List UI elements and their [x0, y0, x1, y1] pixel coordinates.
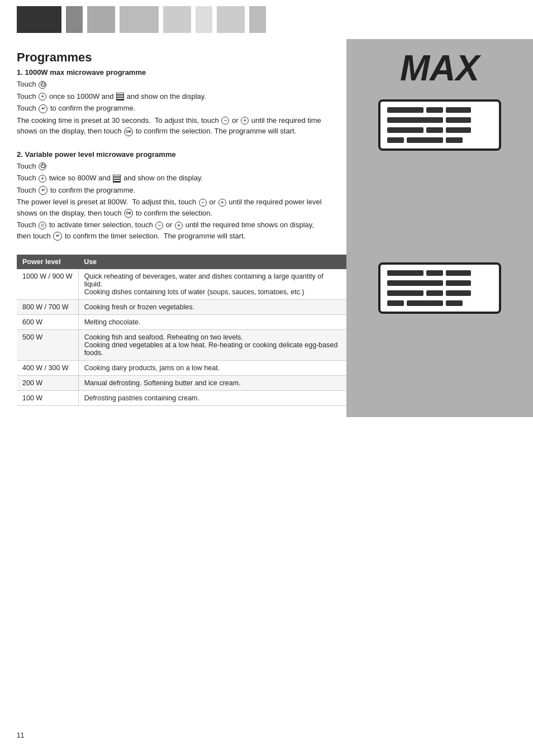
display-row-7	[387, 290, 492, 296]
table-cell-power: 400 W / 300 W	[17, 361, 78, 376]
bar-block-1	[17, 6, 61, 33]
seg	[446, 117, 471, 123]
section1-line1: Touch ⏻	[17, 79, 330, 90]
table-row: 800 W / 700 WCooking fresh or frozen veg…	[17, 300, 346, 315]
minus-icon-3: −	[155, 222, 163, 229]
plus-icon-2: +	[241, 117, 249, 125]
seg	[446, 270, 471, 276]
section-2: 2. Variable power level microwave progra…	[17, 150, 330, 242]
table-cell-use: Manual defrosting. Softening butter and …	[78, 376, 346, 391]
confirm-icon-2: OK	[124, 127, 133, 136]
seg	[446, 137, 463, 143]
timer-icon: ⊙	[39, 222, 46, 229]
section2-line4: The power level is preset at 800W. To ad…	[17, 197, 330, 218]
seg	[426, 290, 443, 296]
seg	[387, 280, 443, 286]
section-1-heading: 1. 1000W max microwave programme	[17, 68, 330, 76]
seg	[407, 300, 443, 306]
seg	[387, 300, 404, 306]
bar-block-8	[249, 6, 266, 33]
seg	[407, 137, 443, 143]
power-icon: ⏻	[39, 81, 46, 89]
table-header-use: Use	[78, 255, 346, 269]
bar-block-4	[120, 6, 159, 33]
section2-line1: Touch ⏻	[17, 161, 330, 172]
table-cell-power: 800 W / 700 W	[17, 300, 78, 315]
top-bar-blocks	[0, 6, 266, 33]
seg	[387, 107, 423, 113]
top-decorative-bar	[0, 0, 533, 39]
confirm-icon-1: ↵	[39, 104, 47, 113]
section-2-heading: 2. Variable power level microwave progra…	[17, 150, 330, 159]
table-row: 1000 W / 900 WQuick reheating of beverag…	[17, 269, 346, 300]
display-row-3	[387, 127, 492, 133]
table-cell-power: 500 W	[17, 330, 78, 361]
bar-block-7	[217, 6, 245, 33]
display-row-5	[387, 270, 492, 276]
seg	[426, 107, 443, 113]
table-cell-use: Melting chocolate.	[78, 315, 346, 330]
display-row-1	[387, 107, 492, 113]
table-cell-power: 200 W	[17, 376, 78, 391]
section2-line3: Touch ↵ to confirm the programme.	[17, 185, 330, 196]
page-number: 11	[17, 731, 24, 739]
table-header-power: Power level	[17, 255, 78, 269]
confirm-icon-5: ↵	[53, 232, 62, 241]
seg	[446, 127, 471, 133]
table-cell-use: Cooking dairy products, jams on a low he…	[78, 361, 346, 376]
table-cell-use: Cooking fish and seafood. Reheating on t…	[78, 330, 346, 361]
seg	[387, 270, 423, 276]
seg	[387, 117, 443, 123]
section1-line2: Touch + once so 1000W and and show on th…	[17, 91, 330, 102]
bar-block-5	[163, 6, 191, 33]
bar-block-3	[87, 6, 115, 33]
table-cell-use: Cooking fresh or frozen vegetables.	[78, 300, 346, 315]
section1-line3: Touch ↵ to confirm the programme.	[17, 103, 330, 114]
power-table: Power level Use 1000 W / 900 WQuick rehe…	[17, 255, 346, 406]
section2-line2: Touch + twice so 800W and and show on th…	[17, 173, 330, 184]
left-content: Programmes 1. 1000W max microwave progra…	[0, 39, 346, 417]
table-row: 500 WCooking fish and seafood. Reheating…	[17, 330, 346, 361]
display-row-4	[387, 137, 492, 143]
power-icon-2: ⏻	[39, 162, 46, 170]
seg	[446, 107, 471, 113]
bar-block-2	[66, 6, 83, 33]
table-cell-power: 600 W	[17, 315, 78, 330]
seg	[387, 127, 423, 133]
grid-icon-2	[113, 175, 121, 183]
table-cell-power: 1000 W / 900 W	[17, 269, 78, 300]
max-label: MAX	[400, 50, 479, 86]
seg	[446, 300, 463, 306]
section-1: 1. 1000W max microwave programme Touch ⏻…	[17, 68, 330, 137]
grid-icon-1	[116, 93, 124, 101]
minus-icon-2: −	[199, 199, 207, 207]
display-row-6	[387, 280, 492, 286]
section1-line4: The cooking time is preset at 30 seconds…	[17, 115, 330, 137]
page-title: Programmes	[17, 50, 330, 65]
table-cell-use: Quick reheating of beverages, water and …	[78, 269, 346, 300]
main-layout: Programmes 1. 1000W max microwave progra…	[0, 39, 533, 417]
seg	[387, 137, 404, 143]
seg	[446, 290, 471, 296]
seg	[426, 127, 443, 133]
confirm-icon-3: ↵	[39, 186, 47, 195]
plus-icon-5: +	[175, 222, 183, 229]
confirm-icon-4: OK	[124, 209, 133, 218]
plus-icon-3: +	[39, 175, 46, 183]
table-row: 100 WDefrosting pastries containing crea…	[17, 391, 346, 406]
table-cell-use: Defrosting pastries containing cream.	[78, 391, 346, 406]
plus-icon-4: +	[218, 199, 226, 207]
right-sidebar: MAX	[346, 39, 533, 417]
table-row: 600 WMelting chocolate.	[17, 315, 346, 330]
table-row: 400 W / 300 WCooking dairy products, jam…	[17, 361, 346, 376]
section2-line5: Touch ⊙ to activate timer selection, tou…	[17, 219, 330, 241]
seg	[387, 290, 423, 296]
display-row-2	[387, 117, 492, 123]
seg	[446, 280, 471, 286]
seg	[426, 270, 443, 276]
bar-block-6	[196, 6, 212, 33]
table-row: 200 WManual defrosting. Softening butter…	[17, 376, 346, 391]
table-cell-power: 100 W	[17, 391, 78, 406]
display-panel-1	[378, 99, 501, 151]
minus-icon-1: −	[221, 117, 229, 125]
